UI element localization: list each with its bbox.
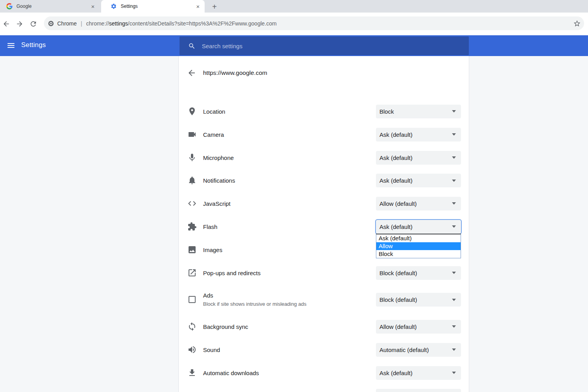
popup-icon [187,268,197,278]
permission-label: Flash [203,220,218,234]
bookmark-star-icon[interactable] [573,20,581,27]
permission-label: Location [203,105,225,118]
location-select[interactable]: Block [376,105,461,118]
popups-select[interactable]: Block (default) [376,266,461,280]
puzzle-piece-icon [187,222,197,231]
chrome-page-icon [48,20,54,27]
dropdown-caret-icon [452,225,456,228]
settings-header: Settings Search settings [0,35,588,56]
permission-label-block: Ads Block if site shows intrusive or mis… [203,291,307,308]
permission-row-javascript: JavaScript Allow (default) [179,197,469,211]
bell-icon [187,176,197,185]
permission-label: Ads [203,291,307,300]
reload-icon [29,20,37,28]
permission-row-flash: Flash Ask (default) [179,220,469,234]
new-tab-button[interactable]: + [209,2,220,12]
sound-select[interactable]: Automatic (default) [376,343,461,357]
permission-row-background-sync: Background sync Allow (default) [179,320,469,334]
permission-label: Background sync [203,320,248,334]
search-icon [188,42,196,50]
permission-row-microphone: Microphone Ask (default) [179,151,469,165]
permission-row-camera: Camera Ask (default) [179,128,469,142]
tab-google[interactable]: Google × [3,0,100,13]
dropdown-option-allow[interactable]: Allow [376,242,461,250]
reload-button[interactable] [27,17,40,31]
microphone-select[interactable]: Ask (default) [376,151,461,165]
camera-select[interactable]: Ask (default) [376,128,461,142]
dropdown-option-ask[interactable]: Ask (default) [376,234,461,242]
download-icon [187,368,197,377]
browser-toolbar: Chrome | chrome://settings/content/siteD… [0,13,588,35]
ads-icon [187,295,197,304]
ads-select[interactable]: Block (default) [376,293,461,307]
google-favicon-icon [6,3,13,9]
dropdown-caret-icon [452,348,456,351]
permission-label: Sound [203,343,220,357]
dropdown-caret-icon [452,299,456,301]
url-text: chrome://settings/content/siteDetails?si… [86,20,573,27]
permission-label: Automatic downloads [203,366,259,380]
permission-label: Microphone [203,151,234,165]
origin-label: Chrome [57,20,77,27]
forward-arrow-icon [16,20,24,28]
flash-select[interactable]: Ask (default) [376,220,461,234]
permission-sublabel: Block if site shows intrusive or mislead… [203,300,307,308]
dropdown-caret-icon [452,133,456,136]
tab-title: Settings [121,4,194,9]
dropdown-caret-icon [452,202,456,205]
permission-label: Pop-ups and redirects [203,266,261,280]
gear-icon [111,3,117,9]
sync-icon [187,322,197,331]
search-placeholder: Search settings [202,43,242,49]
javascript-select[interactable]: Allow (default) [376,197,461,211]
site-details-card: https://www.google.com Location Block Ca… [178,56,469,392]
permission-label: Notifications [203,174,235,187]
dropdown-caret-icon [452,272,456,274]
settings-search-input[interactable]: Search settings [180,36,469,55]
dropdown-caret-icon [452,180,456,182]
permission-row-popups: Pop-ups and redirects Block (default) [179,266,469,280]
code-brackets-icon [187,199,197,208]
background-sync-select[interactable]: Allow (default) [376,320,461,334]
permission-label: Camera [203,128,224,142]
page-background: https://www.google.com Location Block Ca… [0,56,588,392]
dropdown-caret-icon [452,325,456,328]
back-arrow-icon [2,20,10,28]
settings-title: Settings [21,41,46,49]
dropdown-caret-icon [452,110,456,113]
address-bar[interactable]: Chrome | chrome://settings/content/siteD… [44,16,584,30]
flash-dropdown-list: Ask (default) Allow Block [376,234,461,258]
permission-label: Images [203,243,222,257]
origin-separator: | [81,20,82,27]
site-url-title: https://www.google.com [203,69,267,76]
dropdown-option-block[interactable]: Block [376,250,461,258]
back-button[interactable] [0,17,13,31]
location-pin-icon [187,107,197,116]
video-camera-icon [187,130,197,139]
permission-label: JavaScript [203,197,230,211]
speaker-icon [187,345,197,354]
tab-title: Google [16,4,89,9]
page-info-chip[interactable]: Chrome | [48,20,86,27]
dropdown-caret-icon [452,372,456,374]
forward-button[interactable] [13,17,26,31]
site-back-button[interactable] [187,68,196,78]
automatic-downloads-select[interactable]: Ask (default) [376,366,461,380]
permission-row-ads: Ads Block if site shows intrusive or mis… [179,293,469,307]
permission-row-automatic-downloads: Automatic downloads Ask (default) [179,366,469,380]
menu-button[interactable] [7,42,15,49]
permission-row-sound: Sound Automatic (default) [179,343,469,357]
tab-close-icon[interactable]: × [194,3,201,10]
tab-strip: Google × Settings × + [0,0,588,13]
dropdown-caret-icon [452,156,456,159]
tab-settings[interactable]: Settings × [101,0,205,13]
next-permission-select-partial[interactable] [376,389,461,392]
permission-row-notifications: Notifications Ask (default) [179,174,469,187]
notifications-select[interactable]: Ask (default) [376,174,461,187]
tab-close-icon[interactable]: × [89,3,96,10]
permission-row-location: Location Block [179,105,469,118]
image-icon [187,245,197,254]
microphone-icon [187,153,197,162]
